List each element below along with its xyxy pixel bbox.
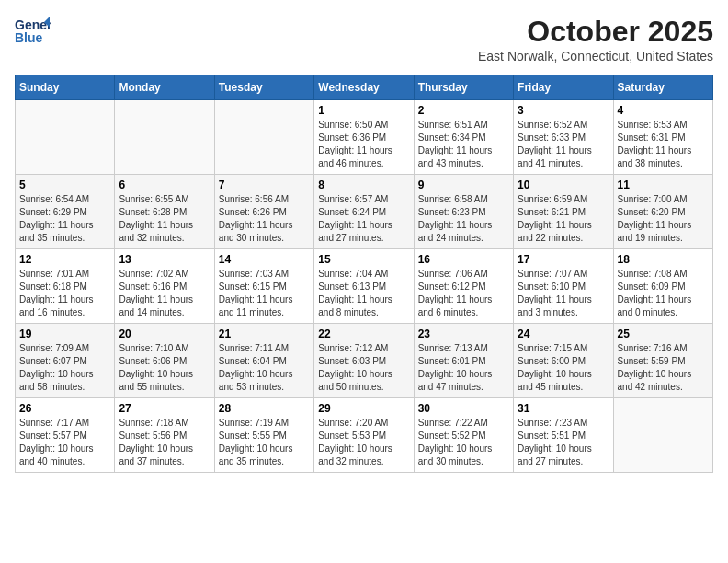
calendar-cell: 14Sunrise: 7:03 AMSunset: 6:15 PMDayligh… <box>214 249 313 324</box>
day-info: Sunrise: 7:17 AMSunset: 5:57 PMDaylight:… <box>19 417 110 468</box>
calendar-cell <box>214 100 313 175</box>
day-info: Sunrise: 6:56 AMSunset: 6:26 PMDaylight:… <box>219 193 310 245</box>
calendar-cell: 1Sunrise: 6:50 AMSunset: 6:36 PMDaylight… <box>314 100 414 175</box>
calendar-cell <box>613 398 712 473</box>
day-number: 25 <box>618 327 709 340</box>
day-number: 10 <box>518 178 609 191</box>
day-number: 11 <box>618 178 709 191</box>
day-info: Sunrise: 7:06 AMSunset: 6:12 PMDaylight:… <box>418 268 509 319</box>
day-info: Sunrise: 7:08 AMSunset: 6:09 PMDaylight:… <box>618 268 709 319</box>
calendar-cell: 18Sunrise: 7:08 AMSunset: 6:09 PMDayligh… <box>613 249 712 324</box>
page-header: General Blue October 2025 East Norwalk, … <box>15 15 713 63</box>
day-info: Sunrise: 6:50 AMSunset: 6:36 PMDaylight:… <box>318 119 409 170</box>
day-info: Sunrise: 7:00 AMSunset: 6:20 PMDaylight:… <box>618 193 709 245</box>
calendar-body: 1Sunrise: 6:50 AMSunset: 6:36 PMDaylight… <box>16 100 713 473</box>
weekday-header: Saturday <box>613 75 712 100</box>
day-info: Sunrise: 6:57 AMSunset: 6:24 PMDaylight:… <box>318 193 409 245</box>
day-info: Sunrise: 7:18 AMSunset: 5:56 PMDaylight:… <box>119 417 210 468</box>
day-number: 30 <box>418 402 509 415</box>
day-info: Sunrise: 7:07 AMSunset: 6:10 PMDaylight:… <box>518 268 609 319</box>
day-number: 13 <box>119 253 210 266</box>
weekday-header: Thursday <box>414 75 513 100</box>
day-number: 14 <box>219 253 310 266</box>
calendar-week-row: 12Sunrise: 7:01 AMSunset: 6:18 PMDayligh… <box>16 249 713 324</box>
day-number: 24 <box>518 327 609 340</box>
calendar-cell: 15Sunrise: 7:04 AMSunset: 6:13 PMDayligh… <box>314 249 414 324</box>
day-number: 28 <box>219 402 310 415</box>
day-number: 6 <box>119 178 210 191</box>
day-info: Sunrise: 7:12 AMSunset: 6:03 PMDaylight:… <box>318 342 409 394</box>
day-info: Sunrise: 7:09 AMSunset: 6:07 PMDaylight:… <box>19 342 110 394</box>
calendar-cell: 19Sunrise: 7:09 AMSunset: 6:07 PMDayligh… <box>16 324 115 398</box>
day-info: Sunrise: 7:15 AMSunset: 6:00 PMDaylight:… <box>518 342 609 394</box>
day-number: 5 <box>19 178 110 191</box>
day-number: 1 <box>318 104 409 117</box>
day-info: Sunrise: 6:55 AMSunset: 6:28 PMDaylight:… <box>119 193 210 245</box>
day-number: 15 <box>318 253 409 266</box>
calendar-cell: 26Sunrise: 7:17 AMSunset: 5:57 PMDayligh… <box>16 398 115 473</box>
calendar-table: SundayMondayTuesdayWednesdayThursdayFrid… <box>15 75 713 473</box>
calendar-cell: 23Sunrise: 7:13 AMSunset: 6:01 PMDayligh… <box>414 324 513 398</box>
location: East Norwalk, Connecticut, United States <box>478 49 713 63</box>
day-info: Sunrise: 6:51 AMSunset: 6:34 PMDaylight:… <box>418 119 509 170</box>
weekday-header: Tuesday <box>214 75 313 100</box>
day-info: Sunrise: 7:03 AMSunset: 6:15 PMDaylight:… <box>219 268 310 319</box>
day-number: 26 <box>19 402 110 415</box>
day-number: 16 <box>418 253 509 266</box>
calendar-cell: 25Sunrise: 7:16 AMSunset: 5:59 PMDayligh… <box>613 324 712 398</box>
day-number: 3 <box>518 104 609 117</box>
day-info: Sunrise: 7:19 AMSunset: 5:55 PMDaylight:… <box>219 417 310 468</box>
day-info: Sunrise: 6:59 AMSunset: 6:21 PMDaylight:… <box>518 193 609 245</box>
day-info: Sunrise: 7:10 AMSunset: 6:06 PMDaylight:… <box>119 342 210 394</box>
calendar-cell: 8Sunrise: 6:57 AMSunset: 6:24 PMDaylight… <box>314 175 414 249</box>
day-info: Sunrise: 7:22 AMSunset: 5:52 PMDaylight:… <box>418 417 509 468</box>
calendar-cell: 16Sunrise: 7:06 AMSunset: 6:12 PMDayligh… <box>414 249 513 324</box>
title-block: October 2025 East Norwalk, Connecticut, … <box>478 15 713 63</box>
calendar-cell: 13Sunrise: 7:02 AMSunset: 6:16 PMDayligh… <box>115 249 214 324</box>
day-number: 21 <box>219 327 310 340</box>
day-number: 22 <box>318 327 409 340</box>
day-info: Sunrise: 7:23 AMSunset: 5:51 PMDaylight:… <box>518 417 609 468</box>
calendar-cell <box>16 100 115 175</box>
day-info: Sunrise: 6:52 AMSunset: 6:33 PMDaylight:… <box>518 119 609 170</box>
day-info: Sunrise: 6:54 AMSunset: 6:29 PMDaylight:… <box>19 193 110 245</box>
day-info: Sunrise: 7:11 AMSunset: 6:04 PMDaylight:… <box>219 342 310 394</box>
day-number: 2 <box>418 104 509 117</box>
month-title: October 2025 <box>478 15 713 49</box>
calendar-cell: 22Sunrise: 7:12 AMSunset: 6:03 PMDayligh… <box>314 324 414 398</box>
day-info: Sunrise: 6:58 AMSunset: 6:23 PMDaylight:… <box>418 193 509 245</box>
weekday-header: Sunday <box>16 75 115 100</box>
day-info: Sunrise: 7:01 AMSunset: 6:18 PMDaylight:… <box>19 268 110 319</box>
calendar-cell: 20Sunrise: 7:10 AMSunset: 6:06 PMDayligh… <box>115 324 214 398</box>
calendar-cell: 9Sunrise: 6:58 AMSunset: 6:23 PMDaylight… <box>414 175 513 249</box>
weekday-header: Friday <box>514 75 613 100</box>
calendar-cell: 29Sunrise: 7:20 AMSunset: 5:53 PMDayligh… <box>314 398 414 473</box>
day-info: Sunrise: 6:53 AMSunset: 6:31 PMDaylight:… <box>618 119 709 170</box>
calendar-week-row: 5Sunrise: 6:54 AMSunset: 6:29 PMDaylight… <box>16 175 713 249</box>
calendar-week-row: 1Sunrise: 6:50 AMSunset: 6:36 PMDaylight… <box>16 100 713 175</box>
calendar-cell: 2Sunrise: 6:51 AMSunset: 6:34 PMDaylight… <box>414 100 513 175</box>
day-number: 4 <box>618 104 709 117</box>
calendar-cell: 28Sunrise: 7:19 AMSunset: 5:55 PMDayligh… <box>214 398 313 473</box>
day-number: 29 <box>318 402 409 415</box>
day-number: 20 <box>119 327 210 340</box>
logo-icon: General Blue <box>15 15 51 48</box>
calendar-cell: 4Sunrise: 6:53 AMSunset: 6:31 PMDaylight… <box>613 100 712 175</box>
calendar-cell: 17Sunrise: 7:07 AMSunset: 6:10 PMDayligh… <box>514 249 613 324</box>
calendar-cell: 11Sunrise: 7:00 AMSunset: 6:20 PMDayligh… <box>613 175 712 249</box>
calendar-cell: 24Sunrise: 7:15 AMSunset: 6:00 PMDayligh… <box>514 324 613 398</box>
calendar-cell: 31Sunrise: 7:23 AMSunset: 5:51 PMDayligh… <box>514 398 613 473</box>
day-number: 23 <box>418 327 509 340</box>
calendar-cell <box>115 100 214 175</box>
calendar-cell: 7Sunrise: 6:56 AMSunset: 6:26 PMDaylight… <box>214 175 313 249</box>
calendar-cell: 21Sunrise: 7:11 AMSunset: 6:04 PMDayligh… <box>214 324 313 398</box>
calendar-cell: 3Sunrise: 6:52 AMSunset: 6:33 PMDaylight… <box>514 100 613 175</box>
calendar-week-row: 19Sunrise: 7:09 AMSunset: 6:07 PMDayligh… <box>16 324 713 398</box>
svg-text:Blue: Blue <box>15 30 43 45</box>
day-number: 27 <box>119 402 210 415</box>
day-number: 12 <box>19 253 110 266</box>
day-number: 31 <box>518 402 609 415</box>
calendar-cell: 6Sunrise: 6:55 AMSunset: 6:28 PMDaylight… <box>115 175 214 249</box>
weekday-header: Monday <box>115 75 214 100</box>
weekday-header: Wednesday <box>314 75 414 100</box>
